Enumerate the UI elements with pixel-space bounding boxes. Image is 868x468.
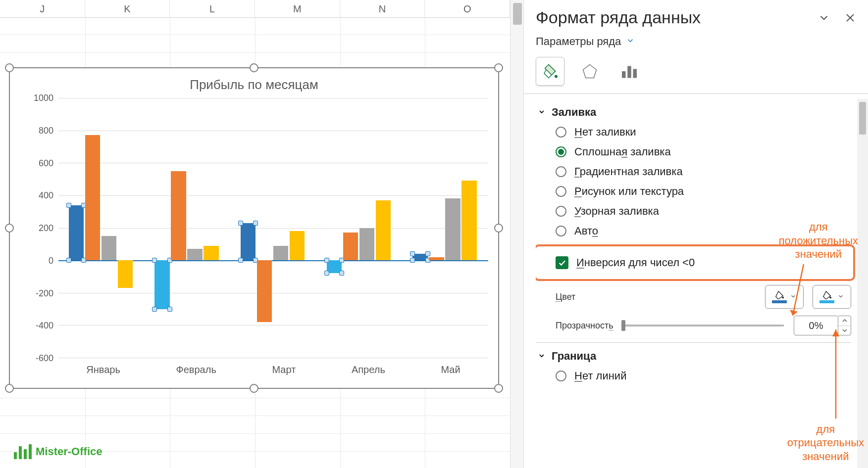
tab-series-options[interactable] xyxy=(615,57,644,86)
tab-effects[interactable] xyxy=(575,57,604,86)
series-select-handle[interactable] xyxy=(410,258,415,263)
y-tick: 800 xyxy=(39,125,53,136)
bar[interactable] xyxy=(343,233,358,260)
y-tick: 0 xyxy=(49,255,53,266)
bar[interactable] xyxy=(445,198,460,260)
chart-title[interactable]: Прибыль по месяцам xyxy=(10,77,498,93)
transparency-label: Прозрачность xyxy=(556,321,613,331)
col-header[interactable]: O xyxy=(425,0,510,17)
bar[interactable] xyxy=(154,260,169,309)
tab-fill-line[interactable] xyxy=(536,57,564,86)
scrollbar-thumb[interactable] xyxy=(859,102,866,135)
y-tick: 200 xyxy=(39,223,53,234)
section-fill-toggle[interactable]: Заливка xyxy=(538,106,851,119)
border-none-radio[interactable]: Нет линий xyxy=(556,370,851,382)
bar[interactable] xyxy=(376,200,391,260)
series-select-handle[interactable] xyxy=(238,221,243,226)
spreadsheet-area: J K L M N O Прибыль по месяцам - xyxy=(0,0,510,468)
col-header[interactable]: K xyxy=(85,0,170,17)
spinner-up[interactable] xyxy=(838,316,851,326)
series-select-handle[interactable] xyxy=(324,258,329,263)
series-select-handle[interactable] xyxy=(66,203,71,208)
col-header[interactable]: N xyxy=(340,0,425,17)
transparency-spinner[interactable] xyxy=(838,316,851,335)
bar[interactable] xyxy=(102,236,116,260)
y-tick: -200 xyxy=(36,288,53,298)
col-header[interactable]: M xyxy=(255,0,340,17)
series-select-handle[interactable] xyxy=(425,251,430,256)
resize-handle[interactable] xyxy=(494,384,503,393)
divider xyxy=(524,94,868,94)
bar[interactable] xyxy=(85,135,100,260)
series-select-handle[interactable] xyxy=(238,258,243,263)
y-tick: -400 xyxy=(36,321,53,331)
series-select-handle[interactable] xyxy=(66,258,71,263)
plot-area[interactable] xyxy=(58,98,488,358)
chart-object[interactable]: Прибыль по месяцам -600-400-200020040060… xyxy=(9,67,499,389)
resize-handle[interactable] xyxy=(5,224,14,233)
bar[interactable] xyxy=(204,246,218,261)
bar[interactable] xyxy=(187,249,202,260)
resize-handle[interactable] xyxy=(250,384,258,393)
chevron-down-icon xyxy=(837,292,844,302)
logo-bars-icon xyxy=(14,444,32,459)
dropdown-label: Параметры ряда xyxy=(536,35,621,48)
resize-handle[interactable] xyxy=(494,63,503,72)
fill-gradient-radio[interactable]: Градиентная заливка xyxy=(556,165,851,178)
bar[interactable] xyxy=(290,231,305,260)
bar[interactable] xyxy=(118,260,133,288)
resize-handle[interactable] xyxy=(494,224,503,233)
sheet-vertical-scrollbar[interactable] xyxy=(510,0,524,468)
bar[interactable] xyxy=(429,257,444,261)
fill-none-radio[interactable]: Нет заливки xyxy=(556,126,851,139)
bar[interactable] xyxy=(273,246,288,261)
x-axis[interactable]: ЯнварьФевральМартАпрельМай xyxy=(58,364,488,379)
scrollbar-thumb[interactable] xyxy=(513,3,522,25)
series-options-dropdown[interactable]: Параметры ряда xyxy=(536,35,856,48)
bar[interactable] xyxy=(359,228,374,261)
series-select-handle[interactable] xyxy=(410,251,415,256)
y-tick: 400 xyxy=(39,190,53,201)
radio-icon xyxy=(556,206,566,217)
invert-negative-checkbox[interactable]: Инверсия для чисел <0 xyxy=(556,256,849,269)
fill-color-positive-button[interactable] xyxy=(765,285,804,309)
y-axis[interactable]: -600-400-20002004006008001000 xyxy=(24,98,58,358)
pane-close-button[interactable] xyxy=(844,12,856,24)
fill-pattern-radio[interactable]: Узорная заливка xyxy=(556,205,851,218)
resize-handle[interactable] xyxy=(5,63,14,72)
resize-handle[interactable] xyxy=(250,63,258,72)
series-select-handle[interactable] xyxy=(152,258,157,263)
col-header[interactable]: L xyxy=(170,0,255,17)
fill-auto-radio[interactable]: Авто xyxy=(556,225,851,237)
x-tick: Январь xyxy=(86,364,120,379)
bar[interactable] xyxy=(241,223,255,260)
spinner-down[interactable] xyxy=(838,326,851,335)
col-header[interactable]: J xyxy=(0,0,85,17)
bar[interactable] xyxy=(69,205,84,261)
bar[interactable] xyxy=(412,254,427,260)
x-tick: Март xyxy=(272,364,296,379)
series-select-handle[interactable] xyxy=(167,307,172,312)
chevron-down-icon xyxy=(790,292,797,302)
fill-picture-radio[interactable]: Рисунок или текстура xyxy=(556,185,851,198)
pane-options-button[interactable] xyxy=(817,11,830,24)
slider-thumb[interactable] xyxy=(621,320,625,331)
bar[interactable] xyxy=(257,260,272,322)
section-border-toggle[interactable]: Граница xyxy=(538,350,851,363)
series-select-handle[interactable] xyxy=(324,271,329,276)
series-select-handle[interactable] xyxy=(253,221,258,226)
fill-color-negative-button[interactable] xyxy=(813,285,851,309)
bar[interactable] xyxy=(327,260,342,273)
series-select-handle[interactable] xyxy=(339,271,344,276)
svg-rect-4 xyxy=(622,71,626,78)
pane-vertical-scrollbar[interactable] xyxy=(857,99,868,468)
transparency-value[interactable]: 0% xyxy=(794,316,838,335)
bar[interactable] xyxy=(461,181,476,260)
resize-handle[interactable] xyxy=(5,384,14,393)
series-select-handle[interactable] xyxy=(152,307,157,312)
bar[interactable] xyxy=(171,171,186,260)
fill-solid-radio[interactable]: Сплошная заливка xyxy=(556,145,851,158)
cells-area[interactable]: Прибыль по месяцам -600-400-200020040060… xyxy=(0,18,510,468)
transparency-slider[interactable] xyxy=(623,325,784,327)
format-tabs xyxy=(536,57,856,86)
